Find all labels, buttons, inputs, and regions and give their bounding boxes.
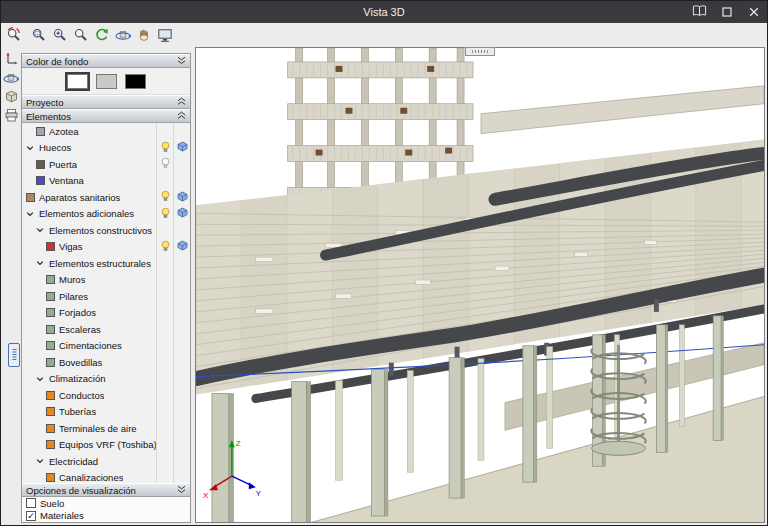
solid-cell — [173, 288, 190, 305]
tree-row[interactable]: Vigas — [22, 239, 190, 256]
titlebar-controls — [686, 1, 767, 23]
tree-row[interactable]: Azotea — [22, 123, 190, 140]
layer-label: Elementos estructurales — [49, 258, 151, 269]
solid-view-cube-icon[interactable] — [177, 207, 188, 220]
titlebar[interactable]: Vista 3D — [1, 1, 767, 23]
layer-color-swatch[interactable] — [46, 275, 55, 284]
tree-row[interactable]: Pilares — [22, 288, 190, 305]
cube-icon[interactable] — [3, 88, 20, 105]
option-row[interactable]: Suelo — [22, 497, 190, 510]
tree-row[interactable]: Conductos — [22, 387, 190, 404]
solid-view-cube-icon[interactable] — [177, 240, 188, 253]
collapse-chevron-icon[interactable] — [177, 485, 186, 496]
left-rail-icons — [3, 50, 20, 124]
tree-row[interactable]: Terminales de aire — [22, 420, 190, 437]
redraw-icon[interactable] — [92, 26, 111, 45]
layer-color-swatch[interactable] — [46, 358, 55, 367]
orbit-small-icon[interactable] — [3, 69, 20, 86]
visibility-bulb-icon[interactable] — [160, 240, 171, 254]
docs-button[interactable] — [686, 1, 713, 23]
collapse-chevron-icon[interactable] — [177, 111, 186, 122]
tree-row[interactable]: Equipos VRF (Toshiba) — [22, 437, 190, 454]
checkbox[interactable]: ✓ — [26, 511, 36, 521]
tree-row[interactable]: Escaleras — [22, 321, 190, 338]
layer-color-swatch[interactable] — [36, 176, 45, 185]
tree-row[interactable]: Forjados — [22, 305, 190, 322]
visibility-cell — [156, 140, 173, 157]
layer-color-swatch[interactable] — [46, 440, 55, 449]
visibility-cell — [156, 272, 173, 289]
visibility-cell — [156, 420, 173, 437]
tree-row[interactable]: Huecos — [22, 140, 190, 157]
viewport-splitter-handle[interactable] — [465, 47, 495, 56]
maximize-button[interactable] — [713, 1, 740, 23]
tree-row[interactable]: Tuberías — [22, 404, 190, 421]
layer-color-swatch[interactable] — [46, 473, 55, 482]
layer-color-swatch[interactable] — [46, 292, 55, 301]
zoom-plain-icon[interactable] — [71, 26, 90, 45]
expand-chevron-icon[interactable] — [36, 259, 45, 267]
y-axis-arrow — [249, 482, 256, 489]
layer-label: Escaleras — [59, 324, 101, 335]
tree-row[interactable]: Bovedillas — [22, 354, 190, 371]
print-icon[interactable] — [3, 107, 20, 124]
checkbox[interactable] — [26, 498, 36, 508]
viewport[interactable]: Z X Y — [195, 47, 765, 523]
zoom-rotate-icon[interactable] — [4, 26, 23, 45]
collapse-chevron-icon[interactable] — [177, 56, 186, 67]
visibility-bulb-icon[interactable] — [160, 190, 171, 204]
close-button[interactable] — [740, 1, 767, 23]
expand-chevron-icon[interactable] — [26, 210, 35, 218]
panel-collapse-handle[interactable] — [8, 343, 20, 367]
layer-label: Muros — [59, 274, 85, 285]
tree-row[interactable]: Elementos estructurales — [22, 255, 190, 272]
3d-canvas[interactable]: Z X Y — [196, 48, 764, 522]
zoom-window-icon[interactable] — [29, 26, 48, 45]
bg-color-swatch-black[interactable] — [125, 74, 146, 89]
layer-color-swatch[interactable] — [46, 391, 55, 400]
tree-row[interactable]: Elementos constructivos — [22, 222, 190, 239]
visibility-cell — [156, 404, 173, 421]
zoom-inout-icon[interactable] — [50, 26, 69, 45]
display-options-header[interactable]: Opciones de visualización — [22, 483, 190, 497]
background-color-panel-header[interactable]: Color de fondo — [22, 54, 190, 68]
expand-chevron-icon[interactable] — [36, 457, 45, 465]
tree-row[interactable]: Cimentaciones — [22, 338, 190, 355]
tree-row[interactable]: Aparatos sanitarios — [22, 189, 190, 206]
tree-row[interactable]: Ventana — [22, 173, 190, 190]
collapse-chevron-icon[interactable] — [177, 97, 186, 108]
layer-color-swatch[interactable] — [46, 308, 55, 317]
bg-color-swatch-gray[interactable] — [96, 74, 117, 89]
elements-panel-header[interactable]: Elementos — [22, 109, 190, 123]
layer-color-swatch[interactable] — [46, 341, 55, 350]
layer-color-swatch[interactable] — [46, 407, 55, 416]
expand-chevron-icon[interactable] — [36, 375, 45, 383]
expand-chevron-icon[interactable] — [36, 226, 45, 234]
layer-color-swatch[interactable] — [46, 424, 55, 433]
visibility-bulb-icon[interactable] — [160, 141, 171, 155]
bg-color-swatch-white[interactable] — [67, 74, 88, 89]
solid-view-cube-icon[interactable] — [177, 141, 188, 154]
tree-row[interactable]: Electricidad — [22, 453, 190, 470]
expand-chevron-icon[interactable] — [26, 144, 35, 152]
screen-icon[interactable] — [155, 26, 174, 45]
tree-row[interactable]: Elementos adicionales — [22, 206, 190, 223]
axes-icon[interactable] — [3, 50, 20, 67]
option-row[interactable]: ✓Materiales — [22, 510, 190, 523]
project-panel-header[interactable]: Proyecto — [22, 95, 190, 109]
solid-view-cube-icon[interactable] — [177, 191, 188, 204]
layer-color-swatch[interactable] — [36, 160, 45, 169]
orbit-icon[interactable] — [113, 26, 132, 45]
visibility-bulb-icon[interactable] — [160, 207, 171, 221]
layer-color-swatch[interactable] — [46, 242, 55, 251]
visibility-cell — [156, 371, 173, 388]
layer-color-swatch[interactable] — [36, 127, 45, 136]
visibility-bulb-icon[interactable] — [160, 157, 171, 171]
tree-row[interactable]: Muros — [22, 272, 190, 289]
tree-row[interactable]: Climatización — [22, 371, 190, 388]
pan-icon[interactable] — [134, 26, 153, 45]
layer-color-swatch[interactable] — [26, 193, 35, 202]
tree-row[interactable]: Canalizaciones — [22, 470, 190, 484]
layer-color-swatch[interactable] — [46, 325, 55, 334]
tree-row[interactable]: Puerta — [22, 156, 190, 173]
